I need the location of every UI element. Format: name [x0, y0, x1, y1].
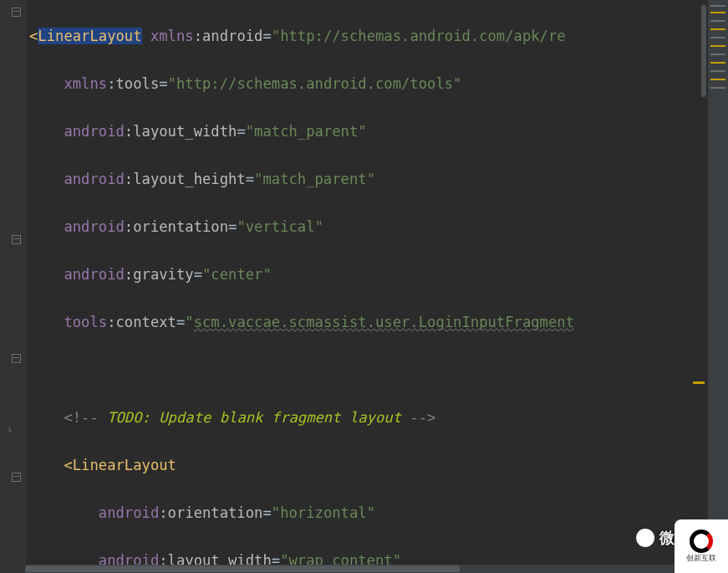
child-orientation: horizontal	[280, 504, 366, 521]
minimap[interactable]	[708, 0, 728, 573]
gutter: └	[0, 0, 26, 573]
logo-ring-icon	[690, 530, 713, 553]
corner-logo: 创新互联	[675, 519, 728, 573]
attr-orientation: vertical	[246, 218, 315, 235]
fold-icon[interactable]	[12, 235, 21, 246]
comment-close: -->	[410, 409, 435, 426]
xmlns-android: http://schemas.android.com/apk/re	[280, 28, 565, 44]
comment-open: <!--	[64, 409, 98, 426]
attr-layout-height: match_parent	[262, 171, 366, 187]
fold-end-icon[interactable]: └	[7, 427, 17, 437]
corner-text: 创新互联	[686, 553, 716, 564]
fold-icon[interactable]	[12, 8, 21, 18]
vertical-scrollbar[interactable]	[701, 5, 706, 97]
attr-tools-context: scm.vaccae.scmassist.user.LoginInputFrag…	[194, 314, 574, 330]
code-editor[interactable]: └ <LinearLayout xmlns:android="http://sc…	[0, 0, 728, 573]
comment-todo: TODO: Update blank fragment layout	[107, 409, 401, 426]
horizontal-scrollbar[interactable]	[25, 565, 708, 573]
xmlns-tools: http://schemas.android.com/tools	[176, 75, 453, 92]
horizontal-scrollbar-thumb[interactable]	[25, 565, 460, 572]
tag-linearlayout: LinearLayout	[38, 28, 141, 44]
attr-gravity: center	[211, 266, 262, 283]
tag-linearlayout-child: LinearLayout	[73, 457, 176, 473]
warning-marker[interactable]	[693, 381, 705, 384]
code-content[interactable]: <LinearLayout xmlns:android="http://sche…	[26, 0, 728, 573]
attr-layout-width: match_parent	[254, 123, 358, 140]
fold-icon[interactable]	[12, 354, 21, 365]
wechat-icon	[636, 529, 654, 547]
fold-icon[interactable]	[12, 473, 21, 483]
